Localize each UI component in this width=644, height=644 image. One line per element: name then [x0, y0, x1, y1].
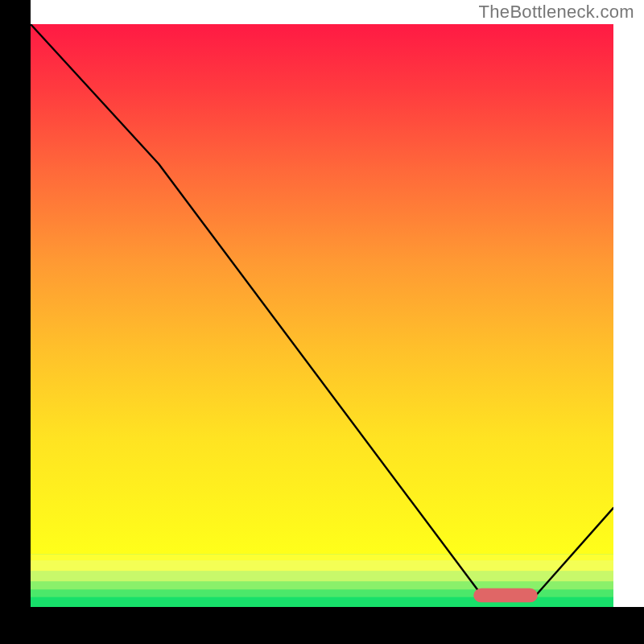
- y-axis-bar: [0, 0, 31, 644]
- bottleneck-chart-svg: [0, 0, 644, 644]
- frame-right-mask: [613, 0, 644, 607]
- optimal-marker: [473, 588, 538, 602]
- x-axis-bar: [0, 607, 644, 644]
- chart-container: TheBottleneck.com: [0, 0, 644, 644]
- watermark-text: TheBottleneck.com: [479, 2, 634, 23]
- plot-area: [31, 24, 613, 607]
- optimal-range-marker: [473, 588, 538, 602]
- gradient-top-region: [31, 24, 613, 555]
